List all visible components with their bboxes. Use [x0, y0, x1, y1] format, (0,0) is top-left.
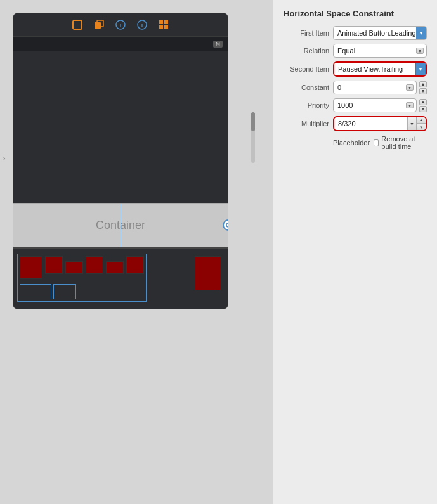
- constant-stepper-down[interactable]: ▼: [419, 88, 427, 94]
- priority-stepper[interactable]: ▲ ▼: [419, 99, 427, 112]
- square-orange-icon[interactable]: [71, 18, 84, 31]
- canvas-scrollbar-thumb: [251, 112, 255, 131]
- relation-row: Relation Equal ▼: [284, 44, 427, 58]
- second-item-control: Paused View.Trailing: [334, 63, 415, 75]
- first-item-label: First Item: [284, 29, 329, 37]
- priority-stepper-up[interactable]: ▲: [419, 99, 427, 105]
- info-blue-icon-1[interactable]: i: [114, 18, 127, 31]
- tab-outline-1[interactable]: [20, 284, 51, 299]
- multiplier-stepper-down[interactable]: ▼: [417, 124, 426, 131]
- priority-label: Priority: [284, 101, 329, 109]
- panel-title: Horizontal Space Constraint: [284, 9, 427, 18]
- second-item-value: Paused View.Trailing: [338, 65, 403, 73]
- tab-item-6[interactable]: [126, 256, 144, 274]
- constant-arrow[interactable]: ▼: [406, 84, 414, 91]
- container-vertical-line: [121, 204, 121, 247]
- constant-value: 0: [337, 84, 341, 91]
- priority-arrows: ▼: [406, 102, 414, 108]
- svg-point-11: [226, 223, 228, 227]
- tab-item-4[interactable]: [86, 256, 103, 274]
- svg-rect-8: [164, 20, 168, 24]
- multiplier-dropdown[interactable]: 8/320 ▼ ▲ ▼: [333, 116, 427, 131]
- svg-text:i: i: [141, 22, 143, 29]
- tabbar-row-1: [20, 256, 144, 279]
- svg-point-12: [228, 224, 228, 226]
- priority-row: Priority 1000 ▼ ▲ ▼: [284, 98, 427, 112]
- svg-rect-10: [164, 25, 168, 29]
- placeholder-checkbox-label: Remove at build time: [381, 135, 427, 150]
- container-area[interactable]: Container: [13, 203, 228, 247]
- constant-control: 0 ▼ ▲ ▼: [333, 81, 427, 94]
- multiplier-stepper[interactable]: ▲ ▼: [416, 117, 426, 131]
- relation-arrow-up[interactable]: ▼: [416, 48, 424, 54]
- tab-item-2[interactable]: [45, 256, 63, 274]
- multiplier-label: Multiplier: [284, 120, 329, 127]
- first-item-row: First Item Animated Button.Leading ▼: [284, 26, 427, 40]
- svg-rect-1: [95, 22, 101, 29]
- tab-outline-2[interactable]: [53, 284, 76, 299]
- device-tabbar: [13, 247, 228, 309]
- relation-dropdown-arrows: ▼: [416, 48, 424, 54]
- constant-stepper-up[interactable]: ▲: [419, 81, 427, 87]
- priority-dropdown[interactable]: 1000 ▼: [333, 98, 417, 112]
- first-item-control: Animated Button.Leading ▼: [333, 26, 427, 40]
- svg-rect-9: [159, 25, 163, 29]
- info-blue-icon-2[interactable]: i: [136, 18, 148, 31]
- left-arrow-indicator: ›: [3, 153, 6, 163]
- placeholder-label: Placeholder: [333, 139, 370, 146]
- priority-value: 1000: [337, 101, 353, 109]
- second-item-dropdown[interactable]: Paused View.Trailing ▼: [333, 61, 427, 77]
- first-item-arrow[interactable]: ▼: [416, 27, 426, 39]
- second-item-label: Second Item: [284, 65, 329, 73]
- cube-orange-icon[interactable]: [93, 18, 105, 31]
- placeholder-checkbox[interactable]: [374, 139, 379, 146]
- device-status-bar: M: [13, 37, 228, 51]
- device-frame: i i: [13, 13, 228, 309]
- grid-orange-icon[interactable]: [157, 18, 170, 31]
- device-toolbar: i i: [13, 13, 228, 37]
- relation-label: Relation: [284, 47, 329, 55]
- multiplier-arrow[interactable]: ▼: [407, 117, 416, 130]
- tabbar-row-2: [20, 284, 144, 299]
- priority-control: 1000 ▼ ▲ ▼: [333, 98, 427, 112]
- status-badge: M: [213, 41, 223, 48]
- first-item-value: Animated Button.Leading: [334, 29, 416, 37]
- svg-rect-7: [159, 20, 163, 24]
- relation-control: Equal ▼: [333, 44, 427, 58]
- constant-arrows: ▼: [406, 84, 414, 91]
- priority-arrow[interactable]: ▼: [406, 102, 414, 108]
- tab-item-5[interactable]: [106, 261, 124, 274]
- relation-value: Equal: [337, 47, 355, 55]
- canvas-scrollbar[interactable]: [251, 112, 255, 163]
- priority-stepper-down[interactable]: ▼: [419, 106, 427, 112]
- tab-item-1[interactable]: [20, 256, 42, 279]
- multiplier-value: 8/320: [334, 120, 407, 127]
- multiplier-stepper-up[interactable]: ▲: [417, 117, 426, 124]
- second-item-row: Second Item Paused View.Trailing ▼: [284, 61, 427, 77]
- constant-stepper[interactable]: ▲ ▼: [419, 81, 427, 94]
- multiplier-row: Multiplier 8/320 ▼ ▲ ▼: [284, 116, 427, 131]
- tab-item-3[interactable]: [65, 261, 83, 274]
- container-resize-handle[interactable]: [223, 219, 228, 231]
- svg-rect-0: [73, 20, 82, 29]
- first-item-dropdown[interactable]: Animated Button.Leading ▼: [333, 26, 427, 40]
- second-item-arrow[interactable]: ▼: [415, 63, 426, 75]
- canvas-panel: ›: [0, 0, 273, 504]
- tab-item-right[interactable]: [195, 256, 221, 290]
- constant-row: Constant 0 ▼ ▲ ▼: [284, 81, 427, 94]
- svg-text:i: i: [120, 22, 122, 29]
- placeholder-row: Placeholder Remove at build time: [284, 135, 427, 150]
- relation-dropdown[interactable]: Equal ▼: [333, 44, 427, 58]
- constant-label: Constant: [284, 84, 329, 91]
- device-content-area: [13, 51, 228, 203]
- inspector-panel: Horizontal Space Constraint First Item A…: [273, 0, 437, 504]
- constant-dropdown[interactable]: 0 ▼: [333, 81, 417, 94]
